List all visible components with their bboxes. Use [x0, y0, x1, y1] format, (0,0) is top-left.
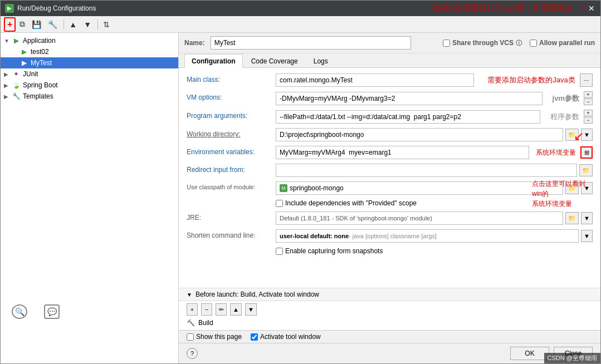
before-launch-remove-button[interactable]: − — [201, 303, 212, 316]
before-launch-up-button[interactable]: ▲ — [230, 303, 242, 316]
working-dir-input[interactable] — [276, 128, 563, 141]
classpath-row: Use classpath of module: M springboot-mo… — [187, 181, 593, 195]
close-button[interactable]: ✕ — [587, 4, 596, 13]
classpath-label: Use classpath of module: — [187, 181, 276, 190]
dialog-icon: ▶ — [5, 4, 14, 13]
working-dir-label: Working directory: — [187, 128, 276, 138]
checkbox-group: Share through VCS ⓘ Allow parallel run — [443, 39, 595, 47]
add-config-button[interactable]: + — [4, 17, 16, 32]
name-input[interactable] — [211, 36, 411, 50]
parallel-run-label: Allow parallel run — [530, 39, 595, 47]
tree-item-junit[interactable]: ▶ ✦ JUnit — [1, 68, 178, 80]
env-vars-edit-button[interactable]: ⊞ — [580, 146, 593, 159]
shorten-row: Shorten command line: user-local default… — [187, 229, 593, 243]
jre-label: JRE: — [187, 211, 276, 222]
settings-button[interactable]: 🔧 — [45, 18, 60, 31]
prog-collapse-button[interactable]: − — [584, 117, 593, 124]
env-vars-row: Environment variables: 系统环境变量 ⊞ ↙ — [187, 146, 593, 159]
before-launch-add-button[interactable]: + — [187, 303, 198, 316]
tree-item-mytest[interactable]: ▶ MyTest — [1, 57, 178, 68]
help-button[interactable]: ? — [187, 348, 198, 359]
junit-icon: ✦ — [12, 70, 21, 78]
templates-icon: 🔧 — [12, 92, 21, 101]
classpath-select[interactable]: M springboot-mongo — [276, 181, 563, 195]
activate-window-checkbox[interactable] — [251, 333, 258, 341]
redirect-browse-button[interactable]: 📁 — [579, 164, 593, 176]
tree-item-springboot[interactable]: ▶ 🍃 Spring Boot — [1, 80, 178, 91]
tabs-bar: Configuration Code Coverage Logs — [179, 53, 600, 68]
share-vcs-label: Share through VCS ⓘ — [443, 39, 522, 47]
working-dir-input-wrap: 📁 ▼ — [276, 128, 593, 141]
show-page-checkbox[interactable] — [187, 333, 194, 341]
right-panel: Name: Share through VCS ⓘ Allow parallel… — [179, 33, 600, 363]
vm-expand-button[interactable]: + — [584, 91, 593, 98]
env-vars-label: Environment variables: — [187, 146, 276, 156]
program-args-input[interactable] — [276, 110, 540, 124]
program-args-input-wrap: 程序参数 + − — [276, 110, 593, 124]
include-deps-checkbox[interactable] — [276, 200, 283, 207]
copy-config-button[interactable]: ⧉ — [17, 18, 28, 31]
vm-options-input-wrap: jvm参数 + − — [276, 91, 593, 105]
toolbar-separator — [63, 19, 64, 29]
vm-collapse-button[interactable]: − — [584, 99, 593, 105]
shorten-expand-button[interactable]: ▼ — [581, 230, 593, 242]
share-vcs-checkbox[interactable] — [443, 40, 450, 47]
vm-plus-minus: + − — [584, 91, 593, 105]
jre-input-wrap: Default (1.8.0_181 - SDK of 'springboot-… — [276, 211, 593, 225]
footer: Show this page Activate tool window — [179, 330, 600, 343]
toolbar-separator-2 — [97, 19, 98, 29]
run-debug-dialog: ▶ Run/Debug Configurations 如果没有需要运行的java… — [0, 0, 601, 364]
shorten-select[interactable]: user-local default: none - java [options… — [276, 229, 579, 243]
redirect-input[interactable] — [276, 164, 577, 177]
vm-options-row: VM options: jvm参数 + − — [187, 91, 593, 105]
vm-options-input[interactable] — [276, 92, 543, 105]
vm-options-label: VM options: — [187, 91, 276, 101]
enable-snapshots-checkbox[interactable] — [276, 248, 283, 255]
tree-item-application[interactable]: ▼ ▶ Application — [1, 35, 178, 46]
move-down-button[interactable]: ▼ — [81, 18, 94, 31]
jre-expand-button[interactable]: ▼ — [581, 212, 593, 224]
move-up-button[interactable]: ▲ — [66, 18, 80, 31]
main-class-annotation: 需要添加启动参数的Java类 — [487, 75, 575, 85]
include-deps-label: Include dependencies with "Provided" sco… — [276, 199, 417, 207]
expand-arrow: ▼ — [4, 38, 12, 44]
include-deps-spacer — [187, 199, 276, 201]
tab-logs[interactable]: Logs — [306, 54, 335, 68]
env-annotation: 系统环境变量 — [536, 148, 576, 158]
tab-code-coverage[interactable]: Code Coverage — [244, 54, 305, 68]
tree-item-test02[interactable]: ▶ test02 — [1, 46, 178, 57]
main-class-input[interactable] — [276, 73, 474, 87]
build-icon: 🔨 — [187, 319, 195, 327]
before-launch-label: Before launch: Build, Activate tool wind… — [196, 291, 319, 298]
redirect-row: Redirect input from: 📁 — [187, 164, 593, 177]
main-class-row: Main class: 需要添加启动参数的Java类 ··· — [187, 73, 593, 87]
parallel-run-checkbox[interactable] — [530, 40, 537, 47]
before-launch-header[interactable]: ▼ Before launch: Build, Activate tool wi… — [179, 288, 600, 301]
before-launch-down-button[interactable]: ▼ — [245, 303, 257, 316]
jre-select[interactable]: Default (1.8.0_181 - SDK of 'springboot-… — [276, 211, 563, 225]
prog-expand-button[interactable]: + — [584, 110, 593, 116]
save-config-button[interactable]: 💾 — [29, 18, 44, 31]
tree-label-springboot: Spring Boot — [23, 81, 58, 89]
run-config-icon: ▶ — [19, 47, 28, 56]
main-class-browse-button[interactable]: ··· — [580, 73, 593, 87]
env-vars-input[interactable] — [276, 146, 529, 159]
application-icon: ▶ — [12, 36, 21, 45]
include-deps-row: Include dependencies with "Provided" sco… — [187, 199, 593, 207]
tree-item-templates[interactable]: ▶ 🔧 Templates — [1, 91, 178, 102]
dialog-title: Run/Debug Configurations — [17, 4, 424, 12]
ok-button[interactable]: OK — [510, 347, 549, 360]
enable-snapshots-row: Enable capturing form snapshots — [187, 247, 593, 255]
redirect-input-wrap: 📁 — [276, 164, 593, 177]
build-item-row: 🔨 Build — [179, 318, 600, 330]
build-item: 🔨 Build — [187, 319, 593, 327]
tab-configuration[interactable]: Configuration — [184, 54, 243, 68]
jre-browse-button[interactable]: 📁 — [565, 212, 579, 224]
main-content: ▼ ▶ Application ▶ test02 ▶ MyTest ▶ ✦ JU… — [1, 33, 600, 363]
program-args-annotation: 程序参数 — [550, 112, 579, 122]
before-launch-edit-button[interactable]: ✏ — [216, 303, 227, 316]
env-vars-input-wrap: 系统环境变量 ⊞ — [276, 146, 593, 159]
include-deps-wrap: Include dependencies with "Provided" sco… — [276, 199, 593, 207]
springboot-icon: 🍃 — [12, 81, 21, 90]
sort-button[interactable]: ⇅ — [100, 18, 113, 31]
